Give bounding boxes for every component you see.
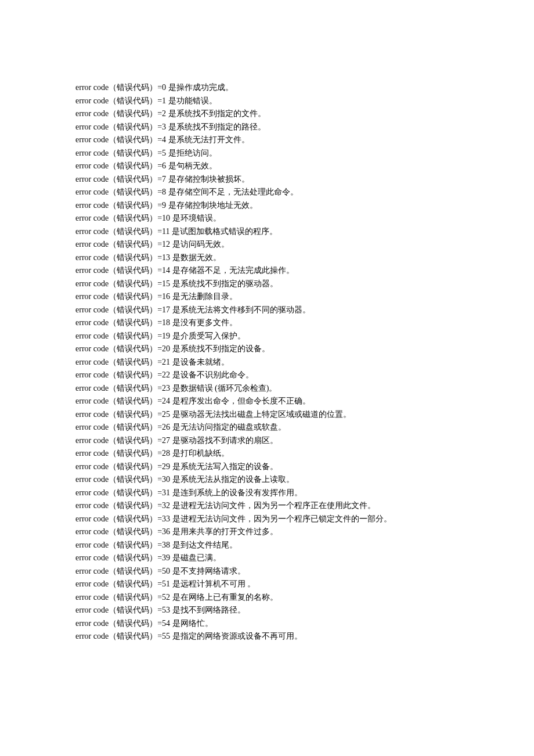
error-code-line: error code（错误代码）=36 是用来共享的打开文件过多。 (75, 525, 459, 539)
error-code-description: 是远程计算机不可用 。 (170, 579, 255, 588)
error-code-prefix: error code（错误代码）=4 (75, 135, 166, 144)
error-code-line: error code（错误代码）=9 是存储控制块地址无效。 (75, 199, 459, 213)
document-page: error code（错误代码）=0 是操作成功完成。error code（错误… (0, 0, 534, 713)
error-code-line: error code（错误代码）=22 是设备不识别此命令。 (75, 369, 459, 382)
error-code-line: error code（错误代码）=24 是程序发出命令，但命令长度不正确。 (75, 395, 459, 408)
error-code-prefix: error code（错误代码）=23 (75, 384, 170, 393)
error-code-line: error code（错误代码）=15 是系统找不到指定的驱动器。 (75, 278, 459, 291)
error-code-line: error code（错误代码）=31 是连到系统上的设备没有发挥作用。 (75, 487, 459, 500)
error-code-description: 是找不到网络路径。 (170, 606, 246, 614)
error-code-description: 是无法访问指定的磁盘或软盘。 (170, 423, 286, 431)
error-code-line: error code（错误代码）=54 是网络忙。 (75, 617, 459, 631)
error-code-prefix: error code（错误代码）=13 (75, 253, 170, 262)
error-code-description: 是存储控制块被损坏。 (166, 175, 250, 183)
error-code-line: error code（错误代码）=39 是磁盘已满。 (75, 552, 459, 565)
error-code-description: 是打印机缺纸。 (170, 449, 229, 458)
error-code-line: error code（错误代码）=17 是系统无法将文件移到不同的驱动器。 (75, 304, 459, 317)
error-code-line: error code（错误代码）=1 是功能错误。 (75, 95, 459, 108)
error-code-description: 是程序发出命令，但命令长度不正确。 (170, 397, 311, 405)
error-code-description: 是存储器不足，无法完成此操作。 (170, 266, 294, 275)
error-code-description: 是功能错误。 (166, 96, 217, 105)
error-code-description: 是系统无法将文件移到不同的驱动器。 (170, 305, 311, 314)
error-code-description: 是驱动器找不到请求的扇区。 (170, 436, 278, 445)
error-code-line: error code（错误代码）=51 是远程计算机不可用 。 (75, 578, 459, 591)
error-code-prefix: error code（错误代码）=52 (75, 593, 170, 602)
error-code-prefix: error code（错误代码）=28 (75, 449, 170, 458)
error-code-line: error code（错误代码）=0 是操作成功完成。 (75, 81, 459, 95)
error-code-description: 是网络忙。 (170, 619, 213, 628)
error-code-line: error code（错误代码）=12 是访问码无效。 (75, 238, 459, 251)
error-code-description: 是存储控制块地址无效。 (166, 201, 258, 210)
error-code-description: 是操作成功完成。 (166, 83, 233, 92)
error-code-description: 是进程无法访问文件，因为另一个程序正在使用此文件。 (170, 501, 376, 510)
error-code-description: 是数据无效。 (170, 253, 221, 262)
error-code-line: error code（错误代码）=20 是系统找不到指定的设备。 (75, 343, 459, 356)
error-code-prefix: error code（错误代码）=31 (75, 488, 170, 497)
error-code-description: 是在网络上已有重复的名称。 (170, 593, 278, 602)
error-code-prefix: error code（错误代码）=36 (75, 527, 170, 536)
error-code-prefix: error code（错误代码）=2 (75, 109, 166, 118)
error-code-line: error code（错误代码）=2 是系统找不到指定的文件。 (75, 107, 459, 121)
error-code-line: error code（错误代码）=53 是找不到网络路径。 (75, 604, 459, 617)
error-code-description: 是磁盘已满。 (170, 553, 221, 562)
error-code-line: error code（错误代码）=28 是打印机缺纸。 (75, 447, 459, 460)
error-code-line: error code（错误代码）=5 是拒绝访问。 (75, 147, 459, 160)
error-code-line: error code（错误代码）=14 是存储器不足，无法完成此操作。 (75, 264, 459, 278)
error-code-line: error code（错误代码）=33 是进程无法访问文件，因为另一个程序已锁定… (75, 513, 459, 526)
error-code-description: 是无法删除目录。 (170, 292, 237, 301)
error-code-prefix: error code（错误代码）=17 (75, 305, 170, 314)
error-code-line: error code（错误代码）=23 是数据错误 (循环冗余检查)。 (75, 382, 459, 395)
error-code-prefix: error code（错误代码）=11 (75, 227, 170, 236)
error-code-line: error code（错误代码）=11 是试图加载格式错误的程序。 (75, 225, 459, 239)
error-code-prefix: error code（错误代码）=10 (75, 214, 170, 222)
error-code-line: error code（错误代码）=16 是无法删除目录。 (75, 290, 459, 304)
error-code-description: 是数据错误 (循环冗余检查)。 (170, 384, 277, 393)
error-code-prefix: error code（错误代码）=30 (75, 475, 170, 484)
error-code-description: 是系统找不到指定的设备。 (170, 344, 270, 353)
error-code-description: 是介质受写入保护。 (170, 332, 246, 340)
error-code-description: 是系统找不到指定的文件。 (166, 109, 266, 118)
error-code-description: 是用来共享的打开文件过多。 (170, 527, 278, 536)
error-code-prefix: error code（错误代码）=20 (75, 344, 170, 353)
error-code-description: 是系统找不到指定的路径。 (166, 123, 266, 131)
error-code-description: 是系统无法写入指定的设备。 (170, 462, 278, 471)
error-code-line: error code（错误代码）=10 是环境错误。 (75, 212, 459, 225)
error-code-prefix: error code（错误代码）=26 (75, 423, 170, 431)
error-code-description: 是访问码无效。 (170, 240, 229, 249)
error-code-description: 是到达文件结尾。 (170, 541, 237, 549)
error-code-description: 是没有更多文件。 (170, 318, 237, 327)
error-code-line: error code（错误代码）=6 是句柄无效。 (75, 160, 459, 173)
error-code-description: 是设备未就绪。 (170, 358, 229, 366)
error-code-description: 是进程无法访问文件，因为另一个程序已锁定文件的一部分。 (170, 514, 392, 523)
error-code-description: 是存储空间不足，无法处理此命令。 (166, 188, 298, 196)
error-code-prefix: error code（错误代码）=12 (75, 240, 170, 249)
error-code-line: error code（错误代码）=52 是在网络上已有重复的名称。 (75, 591, 459, 604)
error-code-line: error code（错误代码）=19 是介质受写入保护。 (75, 330, 459, 343)
error-code-prefix: error code（错误代码）=7 (75, 175, 166, 183)
error-code-prefix: error code（错误代码）=29 (75, 462, 170, 471)
error-code-line: error code（错误代码）=55 是指定的网络资源或设备不再可用。 (75, 630, 459, 643)
error-code-description: 是系统找不到指定的驱动器。 (170, 279, 278, 288)
error-code-prefix: error code（错误代码）=33 (75, 514, 170, 523)
error-code-line: error code（错误代码）=25 是驱动器无法找出磁盘上特定区域或磁道的位… (75, 408, 459, 422)
error-code-prefix: error code（错误代码）=1 (75, 96, 166, 105)
error-code-prefix: error code（错误代码）=14 (75, 266, 170, 275)
error-code-line: error code（错误代码）=21 是设备未就绪。 (75, 356, 459, 369)
error-code-prefix: error code（错误代码）=0 (75, 83, 166, 92)
error-code-prefix: error code（错误代码）=25 (75, 410, 170, 419)
error-code-description: 是不支持网络请求。 (170, 567, 246, 575)
error-code-description: 是指定的网络资源或设备不再可用。 (170, 632, 302, 640)
error-code-line: error code（错误代码）=13 是数据无效。 (75, 251, 459, 265)
error-code-line: error code（错误代码）=29 是系统无法写入指定的设备。 (75, 460, 459, 474)
error-code-description: 是系统无法打开文件。 (166, 135, 250, 144)
error-code-prefix: error code（错误代码）=53 (75, 606, 170, 614)
error-code-prefix: error code（错误代码）=39 (75, 553, 170, 562)
error-code-description: 是系统无法从指定的设备上读取。 (170, 475, 294, 484)
error-code-description: 是环境错误。 (170, 214, 221, 222)
error-code-line: error code（错误代码）=32 是进程无法访问文件，因为另一个程序正在使… (75, 499, 459, 513)
error-code-prefix: error code（错误代码）=38 (75, 541, 170, 549)
error-code-description: 是拒绝访问。 (166, 149, 217, 157)
error-code-line: error code（错误代码）=7 是存储控制块被损坏。 (75, 173, 459, 186)
error-code-prefix: error code（错误代码）=50 (75, 567, 170, 575)
error-code-line: error code（错误代码）=26 是无法访问指定的磁盘或软盘。 (75, 421, 459, 434)
